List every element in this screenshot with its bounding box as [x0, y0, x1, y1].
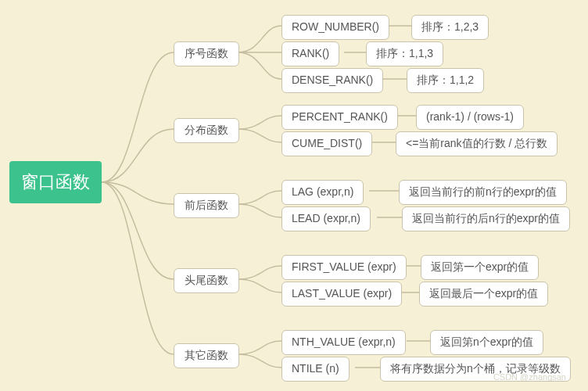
fn-rank: RANK(): [281, 41, 339, 66]
fn-nth-value: NTH_VALUE (expr,n): [281, 330, 406, 355]
fn-last-value: LAST_VALUE (expr): [281, 282, 402, 307]
category-sequence: 序号函数: [174, 41, 239, 66]
fn-cume-dist: CUME_DIST(): [281, 131, 372, 156]
root-window-functions: 窗口函数: [9, 161, 102, 203]
fn-percent-rank: PERCENT_RANK(): [281, 105, 398, 130]
desc-nth-value: 返回第n个expr的值: [430, 330, 543, 355]
desc-cume-dist: <=当前rank值的行数 / 总行数: [396, 131, 558, 156]
fn-dense-rank: DENSE_RANK(): [281, 68, 383, 93]
fn-lag: LAG (expr,n): [281, 180, 364, 205]
desc-lag: 返回当前行的前n行的expr的值: [399, 180, 567, 205]
category-distribution: 分布函数: [174, 118, 239, 143]
category-around: 前后函数: [174, 193, 239, 218]
desc-percent-rank: (rank-1) / (rows-1): [416, 105, 524, 130]
desc-dense-rank: 排序：1,1,2: [407, 68, 484, 93]
category-ends: 头尾函数: [174, 268, 239, 293]
desc-lead: 返回当前行的后n行的expr的值: [402, 206, 570, 231]
fn-row-number: ROW_NUMBER(): [281, 15, 389, 40]
desc-first-value: 返回第一个expr的值: [421, 255, 539, 280]
desc-rank: 排序：1,1,3: [366, 41, 443, 66]
category-other: 其它函数: [174, 343, 239, 368]
desc-row-number: 排序：1,2,3: [411, 15, 489, 40]
watermark: CSDN @zhangsan: [493, 372, 566, 382]
desc-last-value: 返回最后一个expr的值: [419, 282, 548, 307]
fn-lead: LEAD (expr,n): [281, 206, 371, 231]
fn-ntile: NTILE (n): [281, 357, 350, 382]
fn-first-value: FIRST_VALUE (expr): [281, 255, 407, 280]
